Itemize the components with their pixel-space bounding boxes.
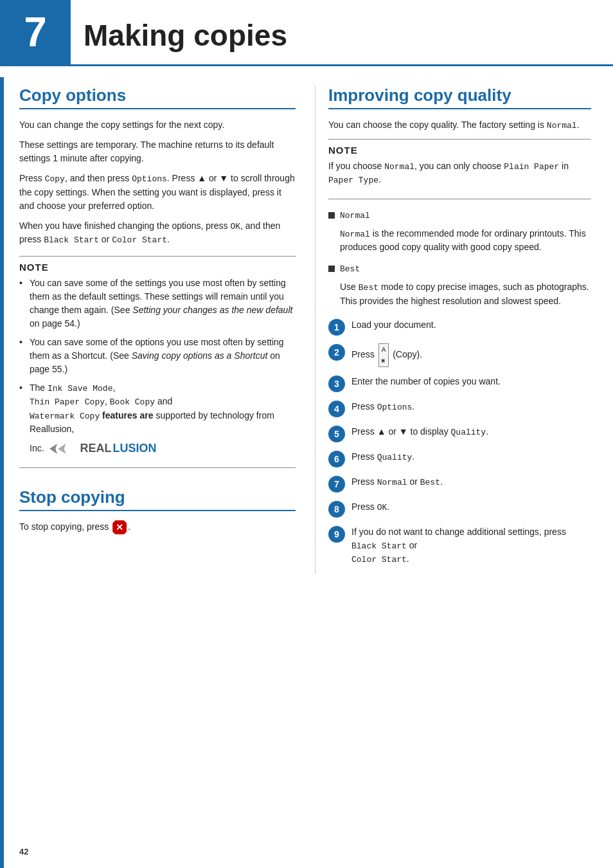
step-number-3: 3 <box>328 375 345 392</box>
step-number-6: 6 <box>328 451 345 467</box>
step-9: 9 If you do not want to change additiona… <box>328 525 591 566</box>
black-start-code-1: Black Start <box>44 235 99 245</box>
thin-paper-code: Thin Paper Copy <box>30 397 105 407</box>
step-text-9: If you do not want to change additional … <box>351 525 591 566</box>
lusion-text: LUSION <box>113 440 157 457</box>
step-text-2: Press A▣ (Copy). <box>351 343 422 367</box>
step-number-9: 9 <box>328 526 345 543</box>
step-text-3: Enter the number of copies you want. <box>351 375 501 388</box>
step-number-7: 7 <box>328 476 345 493</box>
copy-options-para4: When you have finished changing the opti… <box>19 219 296 247</box>
left-note-list: You can save some of the settings you us… <box>19 276 296 458</box>
step-text-6: Press Quality. <box>351 450 414 464</box>
content-wrapper: Copy options You can change the copy set… <box>0 86 613 574</box>
best-code-desc: Best <box>359 283 378 293</box>
paper-type-code: Paper Type <box>328 176 378 185</box>
normal-square-bullet <box>328 212 335 219</box>
normal-code-1: Normal <box>547 121 577 131</box>
options-code: Options <box>132 174 167 184</box>
right-note-text: If you choose Normal, you can only choos… <box>328 159 591 187</box>
left-note-box: NOTE You can save some of the settings y… <box>19 256 296 469</box>
reallusion-logo: REALLUSION <box>80 440 157 457</box>
stop-icon: ✕ <box>112 520 127 534</box>
chapter-number: 7 <box>0 0 71 64</box>
copy-options-para3: Press Copy, and then press Options. Pres… <box>19 172 296 213</box>
normal-code-note: Normal <box>384 162 414 172</box>
step-list: 1 Load your document. 2 Press A▣ (Copy).… <box>328 318 591 566</box>
book-copy-code: Book Copy <box>110 397 155 407</box>
best-label: Best <box>340 263 360 274</box>
black-start-code-step9: Black Start <box>351 541 407 551</box>
reallusion-inc: Inc. <box>30 442 44 455</box>
step-number-1: 1 <box>328 319 345 336</box>
page-number: 42 <box>19 847 28 856</box>
right-note-box: NOTE If you choose Normal, you can only … <box>328 139 591 199</box>
normal-bullet-item: Normal <box>328 210 591 221</box>
right-note-title: NOTE <box>328 145 591 156</box>
chapter-header: 7 Making copies <box>0 0 613 66</box>
improving-quality-title: Improving copy quality <box>328 86 591 109</box>
step-number-2: 2 <box>328 344 345 361</box>
step-5: 5 Press ▲ or ▼ to display Quality. <box>328 425 591 442</box>
step-number-8: 8 <box>328 501 345 518</box>
quality-code-step5: Quality <box>451 428 486 437</box>
stop-copying-title: Stop copying <box>19 487 296 511</box>
best-description: Use Best mode to copy precise images, su… <box>328 280 591 308</box>
link-default: Setting your changes as the new default <box>132 305 292 315</box>
options-code-step4: Options <box>377 402 413 412</box>
copy-button-icon: A▣ <box>378 343 389 367</box>
left-note-item-2: You can save some of the options you use… <box>19 336 296 376</box>
step-3: 3 Enter the number of copies you want. <box>328 375 591 392</box>
quality-para1: You can choose the copy quality. The fac… <box>328 118 591 132</box>
best-bullet-item: Best <box>328 263 591 274</box>
step-2: 2 Press A▣ (Copy). <box>328 343 591 367</box>
svg-marker-1 <box>58 444 66 454</box>
left-note-item-3: The Ink Save Mode, Thin Paper Copy, Book… <box>19 381 296 458</box>
normal-code-desc: Normal <box>340 230 370 239</box>
ink-save-mode-code: Ink Save Mode <box>48 384 112 393</box>
stop-copying-text: To stop copying, press ✕. <box>19 520 296 534</box>
normal-label: Normal <box>340 210 370 221</box>
chapter-title: Making copies <box>71 0 300 64</box>
step-text-8: Press OK. <box>351 500 389 514</box>
left-column: Copy options You can change the copy set… <box>19 86 315 574</box>
step-7: 7 Press Normal or Best. <box>328 475 591 493</box>
stop-copying-section: Stop copying To stop copying, press ✕. <box>19 487 296 534</box>
reallusion-icon <box>49 442 75 456</box>
ok-code-step8: OK <box>377 503 387 512</box>
step-1: 1 Load your document. <box>328 318 591 336</box>
step-text-7: Press Normal or Best. <box>351 475 443 489</box>
step-text-1: Load your document. <box>351 318 436 332</box>
copy-options-title: Copy options <box>19 86 296 109</box>
color-start-code-1: Color Start <box>112 235 167 245</box>
link-shortcut: Saving copy options as a Shortcut <box>132 350 268 361</box>
best-label-code: Best <box>340 264 360 274</box>
copy-code: Copy <box>45 174 65 184</box>
left-note-title: NOTE <box>19 262 296 273</box>
step-8: 8 Press OK. <box>328 500 591 518</box>
step-text-5: Press ▲ or ▼ to display Quality. <box>351 425 488 439</box>
real-text: REAL <box>80 440 112 457</box>
left-note-item-1: You can save some of the settings you us… <box>19 276 296 330</box>
step-number-5: 5 <box>328 426 345 442</box>
step-4: 4 Press Options. <box>328 400 591 417</box>
normal-code-step7: Normal <box>377 478 407 487</box>
svg-marker-0 <box>49 444 57 454</box>
plain-paper-code: Plain Paper <box>504 162 559 172</box>
quality-code-step6: Quality <box>377 453 413 462</box>
best-square-bullet <box>328 266 335 272</box>
normal-description: Normal is the recommended mode for ordin… <box>328 227 591 255</box>
ok-code-1: OK <box>230 222 240 231</box>
best-code-step7: Best <box>420 478 440 487</box>
copy-options-para1: You can change the copy settings for the… <box>19 118 296 132</box>
step-6: 6 Press Quality. <box>328 450 591 467</box>
right-column: Improving copy quality You can choose th… <box>315 86 591 574</box>
step-text-4: Press Options. <box>351 400 414 414</box>
reallusion-area: Inc. REALLUSION <box>30 440 296 457</box>
step-number-4: 4 <box>328 401 345 417</box>
normal-label-code: Normal <box>340 211 370 221</box>
watermark-copy-code: Watermark Copy <box>30 411 100 421</box>
color-start-code-step9: Color Start <box>351 555 407 565</box>
left-accent <box>0 77 4 868</box>
copy-options-para2: These settings are temporary. The machin… <box>19 138 296 165</box>
